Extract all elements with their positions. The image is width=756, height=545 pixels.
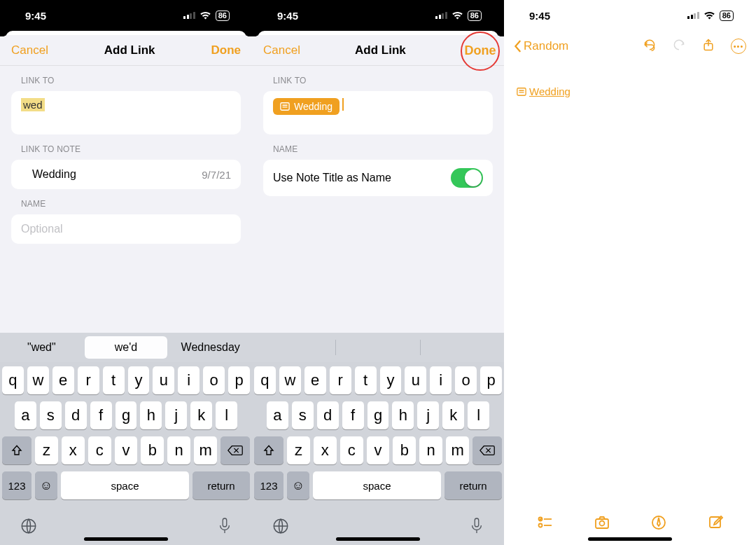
globe-icon[interactable] xyxy=(272,517,290,538)
emoji-key[interactable]: ☺ xyxy=(287,471,309,499)
key-m[interactable]: m xyxy=(194,436,217,464)
suggestion-1[interactable]: "wed" xyxy=(0,333,83,362)
key-j[interactable]: j xyxy=(417,401,439,429)
linkto-input-card[interactable]: wed xyxy=(11,91,241,134)
numbers-key[interactable]: 123 xyxy=(2,471,31,499)
key-b[interactable]: b xyxy=(141,436,164,464)
key-g[interactable]: g xyxy=(368,401,389,429)
name-input-card[interactable]: Optional xyxy=(11,214,241,244)
shift-key[interactable] xyxy=(254,436,284,464)
key-t[interactable]: t xyxy=(355,366,377,394)
note-link[interactable]: Wedding xyxy=(517,85,570,97)
camera-icon[interactable] xyxy=(594,514,610,534)
note-suggestion-row[interactable]: Wedding 9/7/21 xyxy=(11,160,241,189)
delete-key[interactable] xyxy=(472,436,502,464)
key-l[interactable]: l xyxy=(468,401,489,429)
key-l[interactable]: l xyxy=(216,401,237,429)
key-f[interactable]: f xyxy=(90,401,112,429)
suggestion-1[interactable] xyxy=(252,333,335,362)
space-key[interactable]: space xyxy=(61,471,189,499)
key-j[interactable]: j xyxy=(165,401,187,429)
compose-icon[interactable] xyxy=(707,514,724,534)
suggestion-3[interactable]: Wednesday xyxy=(169,333,252,362)
key-m[interactable]: m xyxy=(446,436,469,464)
key-t[interactable]: t xyxy=(103,366,125,394)
key-o[interactable]: o xyxy=(455,366,477,394)
emoji-key[interactable]: ☺ xyxy=(35,471,57,499)
key-n[interactable]: n xyxy=(419,436,442,464)
globe-icon[interactable] xyxy=(20,517,38,538)
key-x[interactable]: x xyxy=(62,436,85,464)
markup-icon[interactable] xyxy=(650,514,667,534)
key-r[interactable]: r xyxy=(330,366,351,394)
key-v[interactable]: v xyxy=(115,436,138,464)
note-nav-bar: Random ••• xyxy=(504,31,756,62)
suggestion-2[interactable] xyxy=(336,333,419,362)
space-key[interactable]: space xyxy=(313,471,441,499)
more-icon[interactable]: ••• xyxy=(731,39,746,54)
key-a[interactable]: a xyxy=(15,401,36,429)
key-i[interactable]: i xyxy=(430,366,451,394)
key-p[interactable]: p xyxy=(480,366,502,394)
key-y[interactable]: y xyxy=(128,366,150,394)
suggestion-3[interactable] xyxy=(421,333,504,362)
share-icon[interactable] xyxy=(701,38,715,55)
key-h[interactable]: h xyxy=(392,401,414,429)
note-body[interactable]: Wedding xyxy=(504,62,756,103)
return-key[interactable]: return xyxy=(444,471,502,499)
key-s[interactable]: s xyxy=(40,401,62,429)
key-v[interactable]: v xyxy=(367,436,390,464)
back-button[interactable]: Random xyxy=(514,39,568,53)
key-e[interactable]: e xyxy=(304,366,326,394)
home-indicator[interactable] xyxy=(336,537,420,541)
key-k[interactable]: k xyxy=(190,401,212,429)
key-a[interactable]: a xyxy=(267,401,288,429)
key-g[interactable]: g xyxy=(115,401,137,429)
cancel-button[interactable]: Cancel xyxy=(11,43,48,57)
suggestion-bar xyxy=(252,333,504,362)
key-b[interactable]: b xyxy=(393,436,416,464)
cancel-button[interactable]: Cancel xyxy=(263,43,300,57)
key-c[interactable]: c xyxy=(340,436,363,464)
key-p[interactable]: p xyxy=(228,366,250,394)
key-d[interactable]: d xyxy=(317,401,339,429)
key-q[interactable]: q xyxy=(2,366,24,394)
undo-icon[interactable] xyxy=(643,38,657,55)
key-k[interactable]: k xyxy=(442,401,464,429)
mic-icon[interactable] xyxy=(469,517,484,538)
modal-title: Add Link xyxy=(104,43,155,57)
key-x[interactable]: x xyxy=(314,436,337,464)
linked-note-chip[interactable]: Wedding xyxy=(273,98,340,115)
key-n[interactable]: n xyxy=(167,436,190,464)
key-e[interactable]: e xyxy=(52,366,74,394)
suggestion-2[interactable]: we'd xyxy=(85,336,168,359)
key-c[interactable]: c xyxy=(88,436,111,464)
home-indicator[interactable] xyxy=(588,537,672,541)
key-d[interactable]: d xyxy=(65,401,87,429)
key-z[interactable]: z xyxy=(35,436,58,464)
home-indicator[interactable] xyxy=(84,537,168,541)
shift-key[interactable] xyxy=(2,436,31,464)
done-button[interactable]: Done xyxy=(464,43,496,58)
key-f[interactable]: f xyxy=(342,401,364,429)
key-o[interactable]: o xyxy=(203,366,225,394)
key-w[interactable]: w xyxy=(279,366,301,394)
key-z[interactable]: z xyxy=(287,436,310,464)
linkto-input-card[interactable]: Wedding xyxy=(263,91,493,134)
key-y[interactable]: y xyxy=(380,366,402,394)
key-q[interactable]: q xyxy=(254,366,276,394)
checklist-icon[interactable] xyxy=(537,514,554,534)
key-s[interactable]: s xyxy=(292,401,314,429)
mic-icon[interactable] xyxy=(217,517,232,538)
key-w[interactable]: w xyxy=(27,366,49,394)
use-title-toggle[interactable] xyxy=(451,168,483,188)
key-u[interactable]: u xyxy=(153,366,174,394)
return-key[interactable]: return xyxy=(192,471,250,499)
numbers-key[interactable]: 123 xyxy=(254,471,284,499)
key-i[interactable]: i xyxy=(178,366,200,394)
done-button[interactable]: Done xyxy=(211,43,241,57)
key-u[interactable]: u xyxy=(405,366,426,394)
key-r[interactable]: r xyxy=(78,366,99,394)
key-h[interactable]: h xyxy=(140,401,162,429)
delete-key[interactable] xyxy=(220,436,250,464)
